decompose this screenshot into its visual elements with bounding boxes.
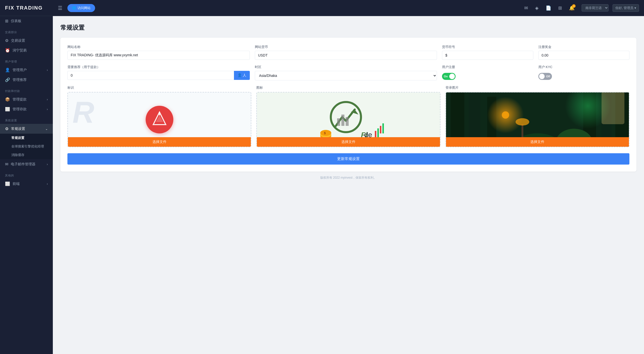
sidebar-item-label: 管理存款 [13, 107, 27, 112]
settings-card: 网站名称 网站货币 货币符号 注册奖金 需要 [60, 38, 636, 172]
user-kyc-toggle[interactable]: Off [538, 73, 552, 80]
sidebar-section-system: 系统设置 [0, 114, 53, 124]
symbol-label: 货币符号 [442, 45, 533, 49]
login-select-file-button[interactable]: 选择文件 [446, 137, 629, 147]
logo-section: 标识 R [67, 85, 251, 147]
user-registration-toggle-wrapper: On [442, 73, 533, 80]
login-image-section: 登录图片 [446, 85, 629, 147]
sidebar-item-label: 管理提款 [13, 97, 27, 102]
chevron-down-icon: ⌄ [45, 127, 48, 131]
sidebar-item-label: 前端 [13, 182, 20, 186]
icon-upload-box: $ Fi de 选 [256, 92, 440, 147]
sidebar-item-manage-referral[interactable]: 🔗 管理推荐 [0, 75, 53, 85]
sidebar-sub-menu: 常规设置 全球搜索引擎优化经理 消除缓存 [0, 134, 53, 159]
form-group-user-kyc: 用户 KYC Off [538, 65, 629, 80]
globe-icon: 🌐 [72, 6, 76, 10]
symbol-input[interactable] [442, 51, 533, 60]
gear-icon: ⚙ [5, 126, 9, 131]
currency-input[interactable] [255, 51, 437, 60]
timezone-select[interactable]: Asia/Dhaka [255, 71, 437, 80]
svg-text:$: $ [324, 131, 326, 135]
referral-label: 需要推荐（用于提款） [67, 65, 250, 69]
sidebar: FIX TRADING ⊞ 仪表板 交易部分 ⚙ 交易设置 ⏰ 润宁贸易 用户管… [0, 0, 53, 354]
clock-icon: ⏰ [5, 48, 10, 53]
hamburger-icon[interactable]: ☰ [58, 5, 62, 11]
sidebar-item-manage-withdraw[interactable]: 📦 管理提款 › [0, 94, 53, 104]
dashboard-icon: ⊞ [5, 19, 8, 23]
icon-section: 图标 [256, 85, 440, 147]
image-row: 标识 R [67, 85, 629, 147]
user-icon: 👤 [5, 68, 10, 72]
sidebar-item-manage-deposit[interactable]: ⬜ 管理存款 › [0, 104, 53, 114]
referral-icon-button[interactable]: 👤 人 [234, 71, 250, 80]
sidebar-item-label: 管理推荐 [13, 78, 27, 82]
icon-label: 图标 [256, 85, 440, 90]
sidebar-item-trade-settings[interactable]: ⚙ 交易设置 [0, 36, 53, 45]
update-settings-button[interactable]: 更新常规设置 [67, 153, 629, 165]
form-group-user-registration: 用户注册 On [442, 65, 533, 80]
chevron-right-icon: › [47, 98, 48, 101]
sidebar-sub-item-seo[interactable]: 全球搜索引擎优化经理 [0, 142, 53, 151]
mail-icon[interactable]: ✉ [524, 5, 528, 11]
content-area: 常规设置 网站名称 网站货币 货币符号 注册奖金 [53, 16, 644, 354]
icon-select-file-button[interactable]: 选择文件 [257, 137, 440, 147]
user-registration-label: 用户注册 [442, 65, 533, 69]
site-name-label: 网站名称 [67, 45, 250, 49]
sidebar-sub-item-general[interactable]: 常规设置 [0, 134, 53, 142]
svg-rect-14 [377, 128, 379, 138]
sidebar-sub-item-cache[interactable]: 消除缓存 [0, 151, 53, 159]
chevron-right-icon: › [47, 68, 48, 72]
language-selector[interactable]: 南非荷兰语 [582, 4, 609, 12]
sidebar-logo: FIX TRADING [0, 0, 53, 16]
sidebar-section-payment: 付款和付款 [0, 85, 53, 94]
visit-btn-label: 访问网站 [77, 6, 91, 10]
sidebar-item-manage-users[interactable]: 👤 管理用户 › [0, 65, 53, 75]
user-menu-button[interactable]: 你好, 管理员 ▾ [613, 4, 639, 12]
chevron-right-icon: › [47, 108, 48, 111]
sidebar-item-run-trade[interactable]: ⏰ 润宁贸易 [0, 45, 53, 55]
sidebar-item-general-settings[interactable]: ⚙ 常规设置 ⌄ [0, 124, 53, 134]
user-kyc-label: 用户 KYC [538, 65, 629, 69]
svg-rect-7 [346, 117, 349, 126]
tron-icon [152, 111, 167, 128]
main: ☰ 🌐 访问网站 ✉ ◈ 📄 ⊞ 🔔 1 南非荷兰语 你好, 管理员 ▾ 常规设… [53, 0, 644, 354]
grid-icon[interactable]: ⊞ [558, 5, 562, 11]
svg-rect-5 [337, 118, 340, 126]
site-name-input[interactable] [67, 51, 250, 60]
form-group-symbol: 货币符号 [442, 45, 533, 60]
sidebar-item-label: 交易设置 [11, 38, 25, 43]
visit-website-button[interactable]: 🌐 访问网站 [67, 4, 95, 12]
sidebar-item-label: 管理用户 [13, 68, 27, 72]
toggle-knob [449, 74, 455, 79]
notification-icon[interactable]: 🔔 1 [569, 5, 575, 11]
bonus-input[interactable] [538, 51, 629, 60]
logo-label: 标识 [67, 85, 251, 90]
deposit-icon: ⬜ [5, 107, 10, 112]
sidebar-section-trade: 交易部分 [0, 26, 53, 36]
footer-text: 版权所有 2022 myinvest，保留所有权利。 [320, 176, 377, 179]
logo-select-file-button[interactable]: 选择文件 [68, 137, 251, 147]
document-icon[interactable]: 📄 [546, 5, 551, 11]
cube-icon[interactable]: ◈ [535, 5, 539, 11]
page-title: 常规设置 [60, 24, 636, 32]
login-upload-box: 选择文件 [446, 92, 629, 147]
withdraw-icon: 📦 [5, 97, 10, 102]
email-icon: ✉ [5, 162, 8, 167]
currency-label: 网站货币 [255, 45, 437, 49]
referral-input-group: 👤 人 [67, 71, 250, 80]
user-add-icon: 👤 [237, 73, 242, 77]
login-image-label: 登录图片 [446, 85, 629, 90]
topbar: ☰ 🌐 访问网站 ✉ ◈ 📄 ⊞ 🔔 1 南非荷兰语 你好, 管理员 ▾ [53, 0, 644, 16]
toggle-slider-off: Off [538, 73, 552, 80]
sidebar-item-dashboard[interactable]: ⊞ 仪表板 [0, 16, 53, 26]
chevron-right-icon: › [47, 163, 48, 166]
referral-input[interactable] [67, 71, 234, 80]
notification-badge: 1 [572, 4, 576, 8]
sidebar-item-frontend[interactable]: ⬜ 前端 › [0, 179, 53, 189]
svg-rect-6 [341, 115, 344, 126]
timezone-label: 时区 [255, 65, 437, 69]
user-registration-toggle[interactable]: On [442, 73, 456, 80]
sidebar-item-email[interactable]: ✉ 电子邮件管理器 › [0, 159, 53, 169]
svg-point-26 [502, 111, 509, 119]
toggle-off-label: Off [546, 75, 550, 78]
